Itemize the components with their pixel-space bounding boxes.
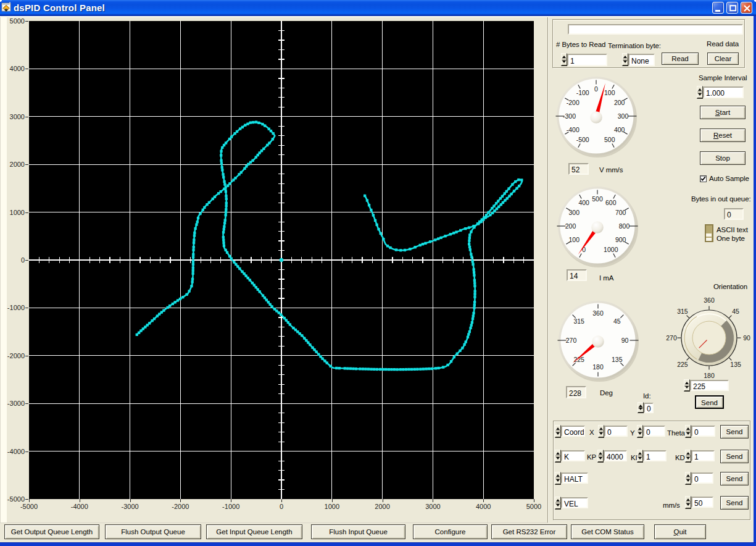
svg-text:100: 100 — [569, 236, 580, 243]
svg-text:180: 180 — [592, 363, 604, 371]
svg-text:400: 400 — [578, 199, 589, 206]
svg-text:270: 270 — [666, 334, 677, 342]
svg-text:-300: -300 — [563, 112, 576, 120]
svg-text:90: 90 — [743, 334, 750, 342]
svg-text:300: 300 — [618, 112, 629, 120]
svg-text:-500: -500 — [576, 136, 589, 143]
svg-text:135: 135 — [612, 356, 623, 363]
svg-text:1000: 1000 — [604, 246, 618, 253]
svg-text:315: 315 — [677, 308, 688, 315]
svg-text:200: 200 — [565, 222, 576, 230]
svg-text:45: 45 — [613, 317, 621, 325]
svg-text:600: 600 — [605, 199, 617, 206]
svg-text:180: 180 — [704, 372, 715, 379]
svg-text:45: 45 — [732, 308, 739, 315]
svg-text:-100: -100 — [576, 89, 589, 96]
svg-text:300: 300 — [569, 209, 580, 216]
svg-text:315: 315 — [573, 317, 584, 325]
svg-text:200: 200 — [614, 99, 625, 106]
svg-text:225: 225 — [573, 356, 584, 363]
svg-text:225: 225 — [677, 361, 688, 368]
svg-text:-400: -400 — [567, 126, 579, 133]
svg-text:360: 360 — [704, 296, 715, 304]
svg-text:-200: -200 — [567, 99, 579, 106]
svg-text:135: 135 — [730, 361, 741, 368]
svg-text:500: 500 — [592, 195, 603, 203]
svg-text:90: 90 — [621, 337, 629, 344]
svg-text:700: 700 — [615, 209, 626, 216]
svg-text:400: 400 — [614, 126, 625, 133]
svg-text:500: 500 — [604, 136, 615, 143]
svg-text:800: 800 — [619, 222, 630, 230]
svg-text:100: 100 — [604, 89, 615, 96]
svg-text:270: 270 — [566, 337, 577, 344]
svg-text:0: 0 — [594, 85, 598, 93]
svg-text:360: 360 — [592, 309, 604, 317]
svg-text:900: 900 — [615, 236, 626, 243]
